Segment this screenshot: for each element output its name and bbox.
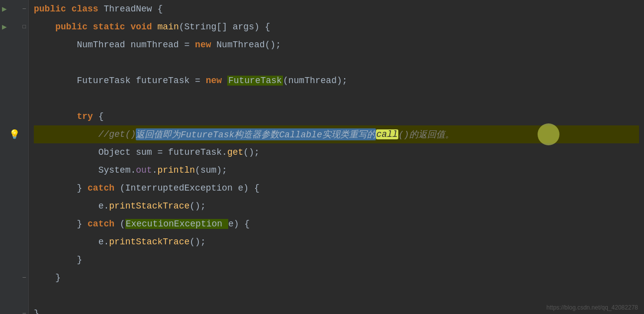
code-line-10: System.out.println(sum);	[34, 161, 639, 179]
fold-icon-2[interactable]: □	[22, 24, 26, 30]
gutter-line-6	[0, 90, 29, 107]
gutter-line-12	[0, 197, 29, 215]
kw-try: try	[77, 111, 98, 121]
code-line-2: public static void main(String[] args) {	[34, 18, 639, 36]
watermark: https://blog.csdn.net/qq_42082278	[547, 304, 638, 311]
code-line-6	[34, 90, 639, 107]
classname-threadnew: ThreadNew	[103, 4, 157, 14]
fold-icon-16[interactable]: ─	[22, 275, 26, 281]
gutter-line-13	[0, 215, 29, 233]
highlighted-call: call	[376, 129, 398, 139]
gutter-line-15	[0, 251, 29, 269]
brace-1: {	[157, 4, 163, 14]
code-line-17	[34, 287, 639, 305]
kw-static: static	[93, 22, 131, 32]
gutter-line-17	[0, 287, 29, 305]
kw-void: void	[130, 22, 157, 32]
code-line-3: NumThread numThread = new NumThread();	[34, 36, 639, 54]
code-editor: ▶ ─ ▶ □ 💡 ─ ─	[0, 0, 644, 314]
kw-catch-1: catch	[88, 183, 120, 193]
kw-public-1: public	[34, 4, 72, 14]
code-line-1: public class ThreadNew {	[34, 0, 639, 18]
gutter-line-11	[0, 179, 29, 197]
gutter-line-5	[0, 72, 29, 90]
code-line-7: try {	[34, 107, 639, 125]
code-line-11: } catch (InterruptedException e) {	[34, 179, 639, 197]
kw-catch-2: catch	[88, 219, 120, 229]
code-content: public class ThreadNew { public static v…	[29, 0, 644, 314]
kw-class: class	[72, 4, 104, 14]
gutter-line-14	[0, 233, 29, 251]
code-line-12: e.printStackTrace();	[34, 197, 639, 215]
gutter-line-9	[0, 143, 29, 161]
gutter-line-2[interactable]: ▶ □	[0, 18, 29, 36]
gutter-line-7	[0, 107, 29, 125]
method-main: main	[157, 22, 179, 32]
gutter-line-4	[0, 54, 29, 72]
code-line-14: e.printStackTrace();	[34, 233, 639, 251]
code-line-16: }	[34, 269, 639, 287]
gutter-line-16: ─	[0, 269, 29, 287]
kw-public-2: public	[55, 22, 93, 32]
selected-text: 返回值即为FutureTask构造器参数Callable实现类重写的	[136, 128, 375, 140]
gutter-line-3	[0, 36, 29, 54]
code-line-8: //get()返回值即为FutureTask构造器参数Callable实现类重写…	[34, 125, 639, 143]
fold-icon-1[interactable]: ─	[22, 6, 26, 12]
gutter: ▶ ─ ▶ □ 💡 ─ ─	[0, 0, 29, 314]
gutter-line-10	[0, 161, 29, 179]
run-arrow-icon-2[interactable]: ▶	[2, 22, 7, 32]
gutter-line-18: ─	[0, 305, 29, 314]
code-line-13: } catch (ExecutionException e) {	[34, 215, 639, 233]
code-line-4	[34, 54, 639, 72]
gutter-line-1[interactable]: ▶ ─	[0, 0, 29, 18]
cursor-highlight	[538, 123, 559, 145]
run-arrow-icon[interactable]: ▶	[2, 4, 7, 14]
fold-icon-18[interactable]: ─	[22, 311, 26, 314]
code-line-9: Object sum = futureTask.get();	[34, 143, 639, 161]
code-line-15: }	[34, 251, 639, 269]
gutter-line-8-bulb[interactable]: 💡	[0, 125, 29, 143]
code-line-5: FutureTask futureTask = new FutureTask(n…	[34, 72, 639, 90]
